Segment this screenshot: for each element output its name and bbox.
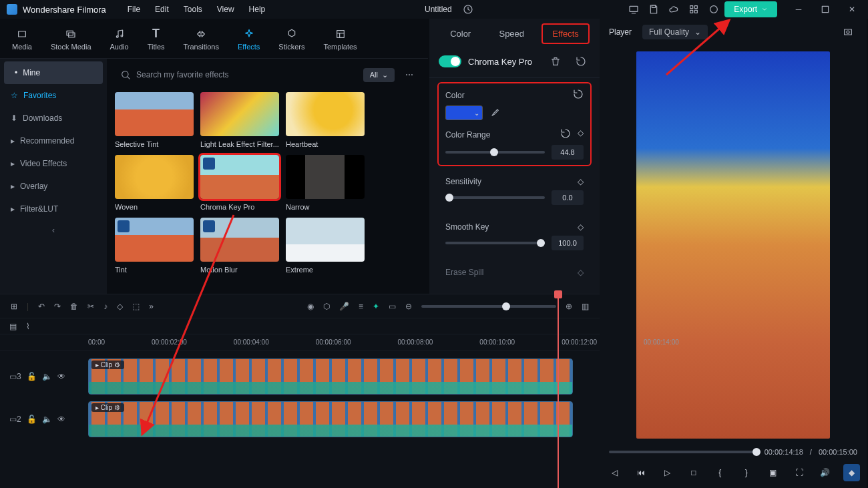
menu-help[interactable]: Help — [242, 2, 272, 17]
effect-thumb[interactable] — [200, 155, 279, 199]
timeline-clip[interactable]: ▸ Clip ⚙ — [88, 358, 573, 395]
tab-stickers[interactable]: Stickers — [278, 27, 304, 51]
history-icon[interactable] — [459, 0, 477, 19]
effect-card[interactable]: Narrow — [286, 155, 365, 211]
track-video-icon[interactable]: ▭2 — [9, 415, 21, 424]
undo-icon[interactable]: ↶ — [38, 302, 45, 311]
tab-templates[interactable]: Templates — [323, 27, 357, 51]
prop-tab-color[interactable]: Color — [441, 25, 480, 43]
effect-toggle[interactable] — [439, 55, 461, 67]
sidebar-collapse[interactable]: ‹ — [0, 224, 107, 236]
track-lock-icon[interactable]: 🔓 — [27, 372, 37, 381]
sidebar-item-overlay[interactable]: ▸ Overlay — [0, 175, 107, 198]
timeline-clip[interactable]: ▸ Clip ⚙ — [88, 401, 573, 437]
export-button[interactable]: Export — [724, 1, 777, 17]
track-hide-icon[interactable]: 👁 — [57, 372, 65, 381]
prev-frame-icon[interactable]: ◁ — [606, 464, 623, 481]
trash-icon[interactable]: 🗑 — [70, 302, 78, 311]
effect-card[interactable]: Light Leak Effect Filter... — [200, 92, 279, 148]
app-icon[interactable]: ◆ — [843, 464, 860, 481]
preview-canvas[interactable] — [606, 45, 860, 444]
mark-out-icon[interactable]: } — [738, 464, 754, 481]
reset-range-icon[interactable] — [560, 128, 571, 141]
keyframe-icon[interactable]: ◇ — [578, 222, 584, 232]
effect-thumb[interactable] — [286, 92, 365, 136]
maximize-icon[interactable] — [816, 0, 835, 19]
zoom-out-icon[interactable]: ⊖ — [405, 302, 412, 311]
zoom-in-icon[interactable]: ⊕ — [566, 302, 572, 311]
effect-card[interactable]: Extreme — [286, 218, 365, 274]
effect-thumb[interactable] — [200, 218, 279, 262]
tab-transitions[interactable]: Transitions — [184, 27, 219, 51]
effect-card[interactable]: Tint — [115, 218, 194, 274]
mixer-icon[interactable]: ≡ — [359, 302, 363, 311]
effect-card[interactable]: Motion Blur — [200, 218, 279, 274]
more-tools-icon[interactable]: » — [149, 302, 154, 311]
tab-audio[interactable]: Audio — [110, 27, 129, 51]
sidebar-item-recommended[interactable]: ▸ Recommended — [0, 130, 107, 152]
crop-icon[interactable]: ▣ — [764, 464, 781, 481]
menu-tools[interactable]: Tools — [177, 2, 209, 17]
smooth-slider[interactable] — [445, 242, 545, 244]
effect-thumb[interactable] — [286, 218, 365, 262]
sensitivity-value[interactable]: 0.0 — [552, 190, 584, 205]
eyedropper-icon[interactable] — [489, 107, 500, 119]
volume-icon[interactable]: 🔊 — [817, 464, 833, 481]
sidebar-item-favorites[interactable]: ☆ Favorites — [0, 84, 107, 107]
apps-icon[interactable] — [684, 0, 703, 19]
color-swatch[interactable]: ⌄ — [445, 105, 483, 120]
reset-icon[interactable] — [572, 52, 590, 71]
play-icon[interactable]: ▷ — [659, 464, 676, 481]
prop-tab-effects[interactable]: Effects — [543, 25, 588, 43]
crop-tool-icon[interactable]: ⬚ — [132, 302, 140, 311]
quality-dropdown[interactable]: Full Quality ⌄ — [642, 25, 708, 39]
redo-icon[interactable]: ↷ — [54, 302, 61, 311]
delete-icon[interactable] — [546, 52, 565, 71]
sidebar-item-video-effects[interactable]: ▸ Video Effects — [0, 152, 107, 175]
track-video-icon[interactable]: ▭3 — [9, 372, 21, 381]
tab-media[interactable]: Media — [12, 27, 32, 51]
track-lock-icon[interactable]: 🔓 — [27, 415, 37, 424]
sensitivity-slider[interactable] — [445, 196, 545, 199]
playhead[interactable] — [558, 294, 559, 488]
notify-icon[interactable] — [704, 0, 723, 19]
effect-card[interactable]: Selective Tint — [115, 92, 194, 148]
effect-thumb[interactable] — [286, 155, 365, 199]
smooth-value[interactable]: 100.0 — [552, 236, 584, 250]
effect-thumb[interactable] — [115, 155, 194, 199]
effect-card[interactable]: Chroma Key Pro — [200, 155, 279, 211]
sidebar-item-filterlut[interactable]: ▸ Filter&LUT — [0, 198, 107, 220]
menu-view[interactable]: View — [210, 2, 241, 17]
prop-tab-speed[interactable]: Speed — [489, 25, 533, 43]
caption-icon[interactable]: ▭ — [389, 302, 396, 311]
reset-color-icon[interactable] — [573, 89, 584, 101]
cloud-icon[interactable] — [664, 0, 683, 19]
minimize-icon[interactable]: ─ — [789, 0, 808, 19]
color-range-value[interactable]: 44.8 — [552, 145, 584, 160]
marker-icon[interactable]: ⬡ — [323, 302, 330, 311]
tab-stock[interactable]: Stock Media — [51, 27, 91, 51]
zoom-slider[interactable] — [421, 305, 556, 308]
cut-icon[interactable]: ✂ — [87, 302, 94, 311]
sidebar-item-mine[interactable]: • Mine — [4, 61, 103, 84]
keyframe-icon[interactable]: ◇ — [578, 268, 584, 277]
stop-icon[interactable]: □ — [685, 464, 702, 481]
render-icon[interactable]: ◉ — [307, 302, 314, 311]
save-icon[interactable] — [644, 0, 663, 19]
step-back-icon[interactable]: ⏮ — [632, 464, 649, 481]
progress-bar[interactable] — [609, 451, 758, 453]
close-icon[interactable]: ✕ — [843, 0, 861, 19]
mark-in-icon[interactable]: { — [712, 464, 728, 481]
track-mute-icon[interactable]: 🔈 — [42, 372, 52, 381]
effect-card[interactable]: Woven — [115, 155, 194, 211]
tab-effects[interactable]: Effects — [238, 27, 260, 51]
effect-thumb[interactable] — [200, 92, 279, 136]
track-mute-icon[interactable]: 🔈 — [42, 415, 52, 424]
effect-thumb[interactable] — [115, 218, 194, 262]
track-toggle-icon[interactable]: ▤ — [9, 322, 17, 331]
tag-icon[interactable]: ◇ — [117, 302, 123, 311]
fullscreen-icon[interactable]: ⛶ — [791, 464, 807, 481]
keyframe-icon[interactable]: ◇ — [578, 128, 584, 141]
tab-titles[interactable]: TTitles — [148, 27, 165, 51]
link-icon[interactable]: ⌇ — [26, 322, 30, 331]
